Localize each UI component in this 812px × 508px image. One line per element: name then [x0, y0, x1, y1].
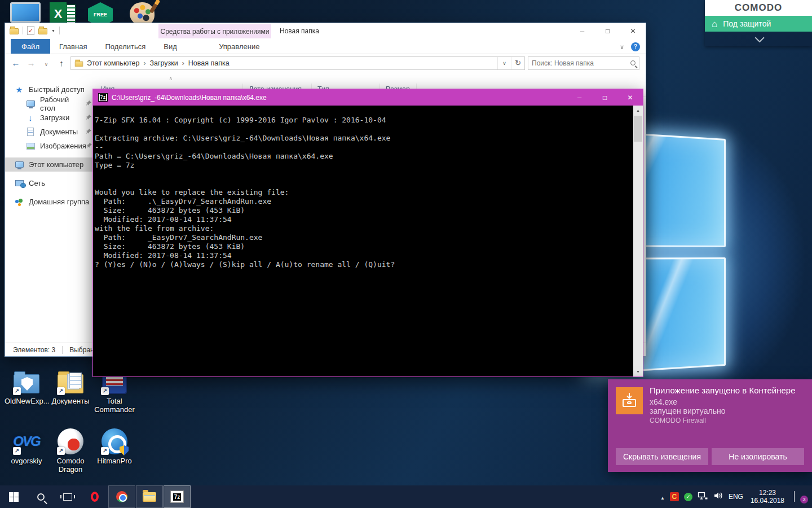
- console-line: Size: 463872 bytes (453 KiB): [95, 242, 633, 251]
- maximize-button[interactable]: [595, 23, 620, 39]
- console-line: ? (Y)es / (N)o / (A)lways / (S)kip all /…: [95, 260, 633, 269]
- items-count: Элементов: 3: [13, 346, 55, 354]
- tab-file[interactable]: Файл: [11, 39, 50, 54]
- sidebar-item[interactable]: Сеть: [5, 176, 95, 190]
- ribbon-collapse-icon[interactable]: [620, 42, 624, 51]
- action-center-button[interactable]: 3: [794, 492, 805, 502]
- console-line: Path: _EasyDrv7_SearchAndRun.exe: [95, 233, 633, 242]
- scroll-down-icon[interactable]: [633, 367, 643, 376]
- sidebar-item-icon: [14, 85, 24, 94]
- task-view-icon: [63, 493, 72, 501]
- close-button[interactable]: [620, 23, 646, 39]
- comodo-tray-icon[interactable]: [670, 492, 679, 501]
- network-tray-icon[interactable]: [698, 492, 708, 502]
- 7zip-taskbar-button[interactable]: 7z: [164, 485, 191, 508]
- console-minimize-button[interactable]: [567, 89, 592, 106]
- breadcrumb-separator-icon: [143, 59, 145, 67]
- new-folder-icon[interactable]: [38, 28, 47, 34]
- search-box[interactable]: Поиск: Новая папка: [528, 56, 639, 70]
- taskbar-search-button[interactable]: [27, 485, 54, 508]
- console-maximize-button[interactable]: [592, 89, 617, 106]
- sidebar-item[interactable]: Загрузки: [5, 111, 95, 125]
- console-line: --: [95, 143, 633, 152]
- console-window-controls: [567, 89, 643, 106]
- chrome-taskbar-button[interactable]: [108, 485, 135, 508]
- task-view-button[interactable]: [54, 485, 81, 508]
- console-line: Would you like to replace the existing f…: [95, 188, 633, 197]
- opera-taskbar-button[interactable]: [81, 485, 108, 508]
- console-line: Path: .\_EasyDrv7_SearchAndRun.exe: [95, 197, 633, 206]
- sidebar-item[interactable]: Рабочий стол: [5, 97, 95, 111]
- comodo-status-bar[interactable]: ⌂ Под защитой: [705, 16, 812, 32]
- sidebar-item-icon: [14, 199, 24, 205]
- sidebar-item-label: Загрузки: [40, 113, 69, 122]
- scroll-up-icon[interactable]: [633, 106, 643, 115]
- qat-dropdown-icon[interactable]: ▼: [51, 29, 55, 33]
- breadcrumb-item[interactable]: Загрузки: [139, 59, 178, 67]
- forward-button[interactable]: →: [25, 58, 37, 68]
- back-button[interactable]: ←: [10, 58, 22, 68]
- 7zip-icon: 7z: [170, 491, 184, 503]
- sidebar-item[interactable]: Этот компьютер: [5, 157, 95, 172]
- dont-isolate-button[interactable]: Не изолировать: [712, 448, 804, 465]
- refresh-icon[interactable]: [511, 57, 524, 69]
- volume-tray-icon[interactable]: [713, 492, 723, 502]
- breadcrumb-item[interactable]: Новая папка: [178, 59, 230, 67]
- sidebar-item[interactable]: Документы: [5, 125, 95, 139]
- help-icon[interactable]: ?: [631, 42, 640, 51]
- address-row: ← → ↑ Этот компьютер Загрузки: [5, 54, 646, 72]
- sidebar-item[interactable]: Изображения: [5, 139, 95, 153]
- defender-tray-icon[interactable]: [684, 493, 692, 501]
- pin-icon: [86, 113, 92, 122]
- this-pc-icon[interactable]: [10, 2, 41, 23]
- windows-logo-icon: [9, 492, 19, 502]
- sidebar-item-label: Изображения: [40, 142, 86, 150]
- sidebar-item[interactable]: Домашняя группа: [5, 195, 95, 209]
- location-folder-icon: [75, 61, 83, 67]
- explorer-taskbar-button[interactable]: [136, 485, 163, 508]
- up-button[interactable]: ↑: [55, 58, 68, 68]
- properties-icon[interactable]: [27, 26, 34, 35]
- tab-manage[interactable]: Управление: [198, 39, 280, 54]
- console-output[interactable]: 7-Zip SFX 16.04 : Copyright (c) 1999-201…: [93, 106, 633, 376]
- show-hidden-icons-button[interactable]: [660, 492, 665, 502]
- taskbar-empty-area: [191, 485, 660, 508]
- desktop-icon[interactable]: HitmanPro: [92, 428, 136, 488]
- clock[interactable]: 12:23 16.04.2018: [751, 489, 784, 505]
- history-dropdown-icon[interactable]: [40, 58, 52, 68]
- 7zip-icon: 7z: [98, 93, 108, 102]
- address-bar[interactable]: Этот компьютер Загрузки Новая папка: [70, 56, 525, 70]
- notification-app: x64.exe: [650, 397, 805, 406]
- console-line: Modified: 2017-08-14 11:37:54: [95, 215, 633, 224]
- address-dropdown-icon[interactable]: [497, 57, 511, 69]
- breadcrumb-label: Загрузки: [149, 59, 178, 67]
- breadcrumb-item[interactable]: Этот компьютер: [87, 59, 139, 67]
- console-close-button[interactable]: [617, 89, 643, 106]
- console-scrollbar[interactable]: [633, 106, 643, 376]
- separator: [59, 27, 60, 34]
- chevron-down-icon: [755, 33, 765, 42]
- tab-view[interactable]: Вид: [155, 39, 186, 54]
- comodo-expand-button[interactable]: [705, 32, 812, 46]
- breadcrumb-separator-icon: [182, 59, 184, 67]
- console-line: [95, 170, 633, 179]
- minimize-button[interactable]: [570, 23, 595, 39]
- language-indicator[interactable]: ENG: [729, 493, 743, 501]
- sidebar-item[interactable]: Быстрый доступ: [5, 82, 95, 97]
- start-button[interactable]: [0, 485, 27, 508]
- tab-home[interactable]: Главная: [50, 39, 96, 54]
- console-titlebar[interactable]: 7z C:\Users\griz_-64\Downloads\Новая пап…: [93, 89, 643, 106]
- hide-notifications-button[interactable]: Скрывать извещения: [616, 448, 708, 465]
- console-line: [95, 179, 633, 188]
- sidebar-item-icon: [25, 143, 36, 150]
- desktop-icon[interactable]: Comodo Dragon: [48, 428, 92, 488]
- desktop-icon[interactable]: OldNewExp...: [5, 368, 48, 428]
- tab-share[interactable]: Поделиться: [96, 39, 155, 54]
- scrollbar-thumb[interactable]: [634, 116, 642, 142]
- home-icon: ⌂: [712, 19, 717, 29]
- desktop-icon[interactable]: OVG ovgorskiy: [5, 428, 48, 488]
- desktop-icon[interactable]: Документы: [48, 368, 92, 428]
- folder-icon[interactable]: [10, 28, 19, 34]
- explorer-titlebar[interactable]: ▼ Средства работы с приложениями Новая п…: [5, 23, 646, 39]
- sidebar-item-icon: [25, 100, 36, 107]
